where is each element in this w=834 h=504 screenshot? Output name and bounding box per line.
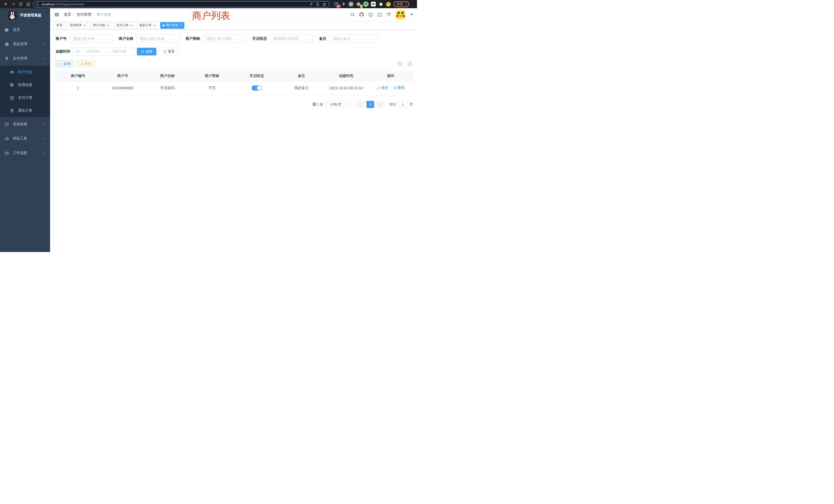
remark-input[interactable]: [329, 35, 379, 43]
close-icon[interactable]: ×: [84, 24, 86, 27]
download-icon: [80, 62, 83, 65]
sidebar-item-infrastructure[interactable]: 基础设施: [0, 117, 50, 131]
add-button[interactable]: 新增: [56, 60, 74, 68]
delete-link[interactable]: 删除: [393, 86, 405, 90]
col-header: 商户简称: [190, 71, 235, 81]
extension-emoji-icon[interactable]: [386, 1, 391, 7]
filter-label: 创建时间: [56, 49, 73, 54]
filter-status: 开启状态 请选择开启状态: [253, 35, 313, 43]
extension-y-icon[interactable]: y: [363, 1, 369, 7]
search-button[interactable]: 搜索: [137, 48, 156, 55]
filter-short-name: 商户简称: [185, 35, 246, 43]
sidebar-item-payment[interactable]: ¥ 支付管理: [0, 51, 50, 66]
extension-command-icon[interactable]: ⌘: [348, 1, 354, 7]
tab-home[interactable]: 首页: [54, 22, 65, 29]
sidebar-item-system[interactable]: 系统管理: [0, 37, 50, 51]
col-header: 商户编号: [56, 71, 101, 81]
sidebar-item-label: 工作流程: [13, 151, 27, 155]
browser-forward-button[interactable]: [9, 1, 17, 8]
password-key-icon[interactable]: [308, 2, 314, 7]
avatar-caret-down-icon[interactable]: [410, 14, 413, 16]
sidebar-item-label: 支付订单: [18, 95, 32, 100]
chevron-down-icon: [42, 152, 45, 154]
tab-pay-order[interactable]: 支付订单×: [114, 22, 135, 29]
filter-create-time: 创建时间 开始日期 - 结束日期: [56, 47, 134, 56]
yen-icon: ¥: [4, 56, 9, 61]
next-page-button[interactable]: [377, 101, 385, 108]
github-icon: [359, 12, 364, 17]
close-icon[interactable]: ×: [130, 24, 132, 27]
cell-full-name: 芋道源码: [145, 81, 190, 95]
help-button[interactable]: ?: [368, 12, 373, 17]
browser-update-button[interactable]: 更新: [394, 1, 409, 7]
browser-reload-button[interactable]: [17, 1, 24, 8]
extension-gem-icon[interactable]: [341, 1, 346, 7]
extension-recorder-icon[interactable]: 1: [356, 1, 361, 7]
sidebar-toggle-button[interactable]: [54, 12, 60, 18]
breadcrumb: 首页 / 支付管理 / 商户信息: [64, 12, 111, 17]
export-button[interactable]: 导出: [76, 60, 95, 68]
table-header-row: 商户编号 商户号 商户全称 商户简称 开启状态 备注 创建时间 操作: [56, 71, 413, 81]
svg-text:y: y: [365, 3, 367, 6]
date-range-picker[interactable]: 开始日期 - 结束日期: [73, 47, 134, 56]
full-name-input[interactable]: [136, 35, 179, 43]
close-icon[interactable]: ×: [180, 24, 182, 27]
page-number-active[interactable]: 1: [367, 101, 374, 108]
cell-merchant-no: M233666999: [101, 81, 145, 95]
col-header: 开启状态: [235, 71, 279, 81]
page-size-select[interactable]: 10条/页: [326, 101, 352, 108]
col-header: 商户全称: [145, 71, 190, 81]
sidebar-logo[interactable]: 芋道管理系统: [0, 8, 50, 23]
bookmark-star-icon[interactable]: [321, 2, 328, 7]
sidebar-item-merchant-info[interactable]: 商户信息: [0, 66, 50, 78]
tab-process-form[interactable]: 流程表单×: [67, 22, 88, 29]
goto-page-input[interactable]: [398, 101, 408, 108]
tab-refund-order[interactable]: 退款订单×: [137, 22, 158, 29]
logo-rabbit-image: [8, 11, 17, 20]
extension-badge: 10: [336, 5, 341, 8]
breadcrumb-payment[interactable]: 支付管理: [77, 12, 91, 17]
toggle-search-button[interactable]: [396, 61, 403, 68]
site-info-icon[interactable]: [35, 2, 40, 7]
browser-back-button[interactable]: [2, 1, 9, 8]
edit-link[interactable]: 修改: [377, 86, 388, 90]
refresh-table-button[interactable]: [406, 61, 413, 68]
sidebar-item-home[interactable]: 首页: [0, 23, 50, 37]
question-icon: ?: [368, 12, 373, 17]
font-size-button[interactable]: TT: [386, 12, 391, 17]
breadcrumb-home[interactable]: 首页: [64, 12, 71, 17]
sidebar-item-workflow[interactable]: 工作流程: [0, 146, 50, 160]
short-name-input[interactable]: [203, 35, 246, 43]
share-icon[interactable]: [314, 2, 321, 7]
user-avatar[interactable]: [396, 10, 405, 19]
sidebar-item-pay-order[interactable]: 支付订单: [0, 91, 50, 104]
close-icon[interactable]: ×: [107, 24, 109, 27]
url-bar[interactable]: localhost:1024/pay/merchant: [33, 1, 330, 7]
fullscreen-button[interactable]: [377, 12, 382, 17]
browser-home-button[interactable]: [24, 1, 32, 8]
github-link[interactable]: [359, 12, 364, 17]
browser-chrome: localhost:1024/pay/merchant 10 ⌘ 1 y: [0, 0, 417, 8]
dashboard-icon: [4, 27, 9, 32]
merchant-no-input[interactable]: [70, 35, 113, 43]
browser-menu-kebab-icon[interactable]: [405, 3, 406, 6]
col-header: 创建时间: [324, 71, 369, 81]
sidebar-item-dev-tools[interactable]: 研发工具: [0, 131, 50, 146]
status-select[interactable]: 请选择开启状态: [270, 35, 313, 43]
tab-merchant-info[interactable]: 商户信息×: [160, 22, 184, 29]
edit-pencil-icon: [377, 86, 380, 90]
extension-chat-icon[interactable]: [371, 1, 376, 7]
extension-tiles-icon[interactable]: 10: [333, 1, 339, 7]
home-icon: [26, 2, 30, 6]
close-icon[interactable]: ×: [154, 24, 156, 27]
sidebar-item-label: 商户信息: [18, 70, 32, 74]
sidebar-item-app-info[interactable]: 应用信息: [0, 78, 50, 91]
prev-page-button[interactable]: [356, 101, 364, 108]
header-search-button[interactable]: [350, 12, 355, 17]
reset-button[interactable]: 重置: [159, 48, 179, 55]
reload-icon: [19, 2, 23, 6]
tab-user-group[interactable]: 用户分组×: [91, 22, 111, 29]
sidebar-item-refund-order[interactable]: 退款订单: [0, 104, 50, 117]
status-switch[interactable]: [251, 86, 262, 91]
extensions-puzzle-icon[interactable]: [378, 1, 383, 7]
